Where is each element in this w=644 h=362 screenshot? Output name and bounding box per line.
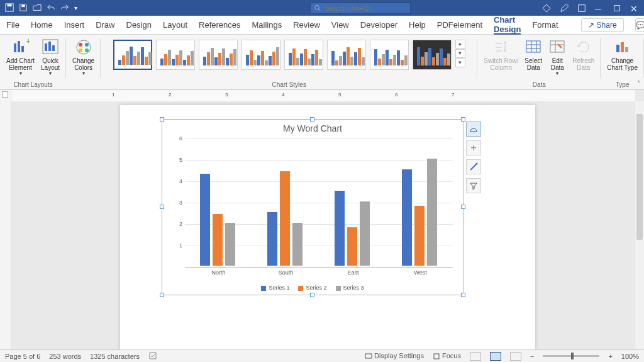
word-count[interactable]: 253 words bbox=[49, 353, 81, 360]
resize-handle[interactable] bbox=[310, 293, 314, 297]
gallery-scroll-btn[interactable]: ▴ bbox=[455, 40, 465, 48]
share-button[interactable]: ↗Share bbox=[581, 18, 624, 32]
legend-entry[interactable]: Series 3 bbox=[336, 285, 364, 291]
comments-button[interactable]: 💬 bbox=[635, 18, 644, 32]
y-axis-label: 1 bbox=[174, 242, 182, 249]
tab-file[interactable]: File bbox=[6, 16, 19, 34]
gallery-scroll[interactable]: ▴▾▾ bbox=[455, 40, 465, 67]
bar[interactable] bbox=[427, 159, 437, 266]
add-chart-element-button[interactable]: + Add Chart Element ▾ bbox=[4, 37, 37, 78]
diamond-icon[interactable] bbox=[542, 4, 551, 13]
tab-view[interactable]: View bbox=[331, 16, 349, 34]
save-icon[interactable] bbox=[19, 3, 28, 13]
collapse-ribbon-icon[interactable]: ˄ bbox=[637, 80, 640, 87]
minimize-icon[interactable]: ─ bbox=[595, 4, 604, 13]
scrollbar-thumb[interactable] bbox=[636, 114, 643, 240]
chart-styles-button[interactable] bbox=[466, 159, 481, 174]
bar[interactable] bbox=[414, 206, 425, 266]
bar[interactable] bbox=[292, 223, 303, 266]
display-settings[interactable]: Display Settings bbox=[365, 352, 424, 360]
tab-format[interactable]: Format bbox=[532, 16, 558, 34]
zoom-level[interactable]: 100% bbox=[621, 353, 639, 360]
vertical-scrollbar[interactable] bbox=[635, 101, 644, 349]
pen-icon[interactable] bbox=[560, 4, 569, 13]
tab-selector[interactable] bbox=[2, 91, 8, 98]
bar[interactable] bbox=[402, 169, 412, 266]
autosave-icon[interactable] bbox=[5, 3, 14, 13]
chart-style-thumb[interactable] bbox=[156, 40, 195, 70]
search-box[interactable] bbox=[310, 3, 411, 14]
bar[interactable] bbox=[347, 227, 357, 266]
chart-style-thumb[interactable] bbox=[199, 40, 238, 70]
maximize-icon[interactable] bbox=[613, 4, 621, 13]
focus-mode[interactable]: Focus bbox=[433, 352, 461, 360]
resize-handle[interactable] bbox=[461, 205, 465, 209]
chart-title[interactable]: My Word Chart bbox=[162, 123, 463, 133]
tab-pdfelement[interactable]: PDFelement bbox=[437, 16, 482, 34]
edit-data-button[interactable]: Edit Data ▾ bbox=[546, 37, 569, 78]
resize-handle[interactable] bbox=[461, 117, 465, 122]
change-chart-type-button[interactable]: Change Chart Type bbox=[604, 37, 640, 72]
undo-icon[interactable] bbox=[47, 3, 55, 13]
zoom-in-icon[interactable]: + bbox=[608, 353, 612, 360]
qat-dropdown-icon[interactable]: ▾ bbox=[74, 4, 77, 11]
tab-draw[interactable]: Draw bbox=[96, 16, 114, 34]
resize-handle[interactable] bbox=[160, 205, 164, 209]
legend-entry[interactable]: Series 1 bbox=[261, 285, 289, 291]
open-icon[interactable] bbox=[33, 3, 42, 13]
bar[interactable] bbox=[225, 223, 235, 266]
quick-layout-button[interactable]: Quick Layout ▾ bbox=[38, 37, 62, 78]
tab-chart-design[interactable]: Chart Design bbox=[494, 16, 521, 35]
search-input[interactable] bbox=[325, 4, 406, 12]
read-mode-view[interactable] bbox=[470, 352, 481, 361]
redo-icon[interactable] bbox=[60, 3, 69, 13]
resize-handle[interactable] bbox=[160, 117, 164, 122]
char-count[interactable]: 1325 characters bbox=[90, 353, 140, 360]
tab-design[interactable]: Design bbox=[126, 16, 152, 34]
tab-home[interactable]: Home bbox=[31, 16, 53, 34]
chart-style-thumb[interactable] bbox=[242, 40, 280, 70]
resize-handle[interactable] bbox=[310, 117, 314, 122]
chart-legend[interactable]: Series 1Series 2Series 3 bbox=[162, 285, 463, 291]
zoom-slider[interactable] bbox=[543, 355, 599, 357]
tab-layout[interactable]: Layout bbox=[163, 16, 187, 34]
chart-style-thumb[interactable] bbox=[327, 40, 366, 70]
gallery-scroll-btn[interactable]: ▾ bbox=[455, 49, 465, 58]
bar[interactable] bbox=[360, 201, 370, 266]
spellcheck-icon[interactable] bbox=[148, 351, 157, 361]
chart-style-thumb[interactable] bbox=[413, 40, 452, 70]
chart-style-thumb[interactable] bbox=[284, 40, 323, 70]
resize-handle[interactable] bbox=[160, 293, 164, 297]
change-colors-button[interactable]: Change Colors ▾ bbox=[70, 37, 97, 78]
legend-swatch bbox=[336, 286, 341, 291]
tab-help[interactable]: Help bbox=[409, 16, 426, 34]
web-layout-view[interactable] bbox=[510, 352, 521, 361]
gallery-scroll-btn[interactable]: ▾ bbox=[455, 59, 465, 67]
bar[interactable] bbox=[280, 171, 290, 266]
zoom-knob[interactable] bbox=[571, 353, 574, 359]
chart-style-thumb[interactable] bbox=[370, 40, 409, 70]
chart-plot-area[interactable]: 123456NorthSouthEastWest bbox=[185, 139, 453, 266]
chart-layout-options-button[interactable] bbox=[466, 122, 481, 137]
chart-filters-button[interactable] bbox=[466, 178, 481, 193]
select-data-button[interactable]: Select Data bbox=[522, 37, 545, 78]
bar[interactable] bbox=[335, 191, 345, 266]
bar[interactable] bbox=[213, 214, 223, 266]
zoom-out-icon[interactable]: − bbox=[530, 353, 534, 360]
chart-elements-button[interactable]: + bbox=[466, 140, 481, 156]
page-indicator[interactable]: Page 5 of 6 bbox=[5, 353, 40, 360]
resize-handle[interactable] bbox=[461, 293, 465, 297]
close-icon[interactable]: ✕ bbox=[630, 4, 639, 13]
bar[interactable] bbox=[267, 212, 277, 266]
chart-object[interactable]: My Word Chart 123456NorthSouthEastWest S… bbox=[162, 119, 464, 295]
tab-developer[interactable]: Developer bbox=[360, 16, 397, 34]
tab-review[interactable]: Review bbox=[293, 16, 320, 34]
chart-style-thumb[interactable] bbox=[113, 40, 152, 70]
app-icon[interactable] bbox=[577, 4, 586, 13]
legend-entry[interactable]: Series 2 bbox=[298, 285, 326, 291]
print-layout-view[interactable] bbox=[490, 352, 501, 361]
tab-insert[interactable]: Insert bbox=[64, 16, 85, 34]
tab-references[interactable]: References bbox=[199, 16, 240, 34]
tab-mailings[interactable]: Mailings bbox=[252, 16, 282, 34]
bar[interactable] bbox=[200, 174, 210, 266]
